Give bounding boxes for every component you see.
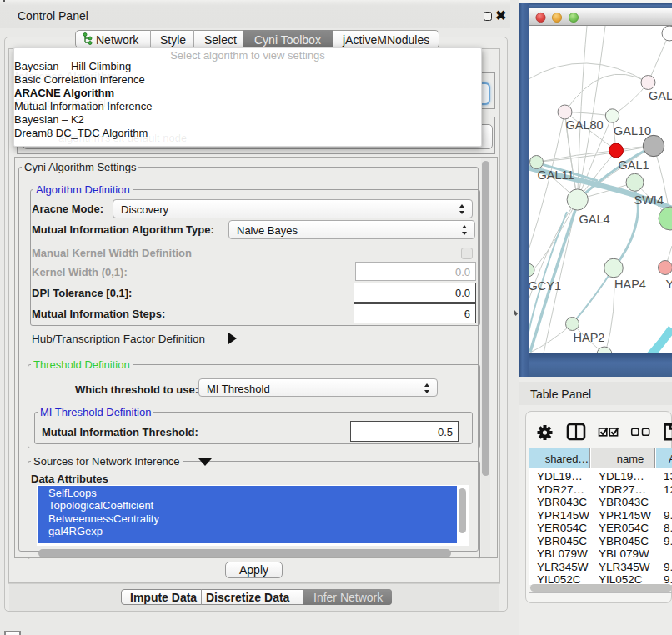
svg-text:GAL11: GAL11 bbox=[538, 168, 574, 182]
svg-text:Y: Y bbox=[666, 278, 672, 291]
svg-text:GAL80: GAL80 bbox=[566, 118, 604, 132]
svg-text:GAL2: GAL2 bbox=[649, 89, 672, 102]
svg-text:GAL4: GAL4 bbox=[579, 212, 610, 226]
svg-text:GAL1: GAL1 bbox=[619, 158, 649, 172]
svg-text:HAP4: HAP4 bbox=[614, 278, 646, 291]
svg-text:GCY1: GCY1 bbox=[529, 279, 562, 292]
svg-text:GAL10: GAL10 bbox=[614, 124, 651, 138]
svg-text:HAP2: HAP2 bbox=[574, 331, 605, 344]
svg-text:SWI4: SWI4 bbox=[634, 193, 664, 207]
